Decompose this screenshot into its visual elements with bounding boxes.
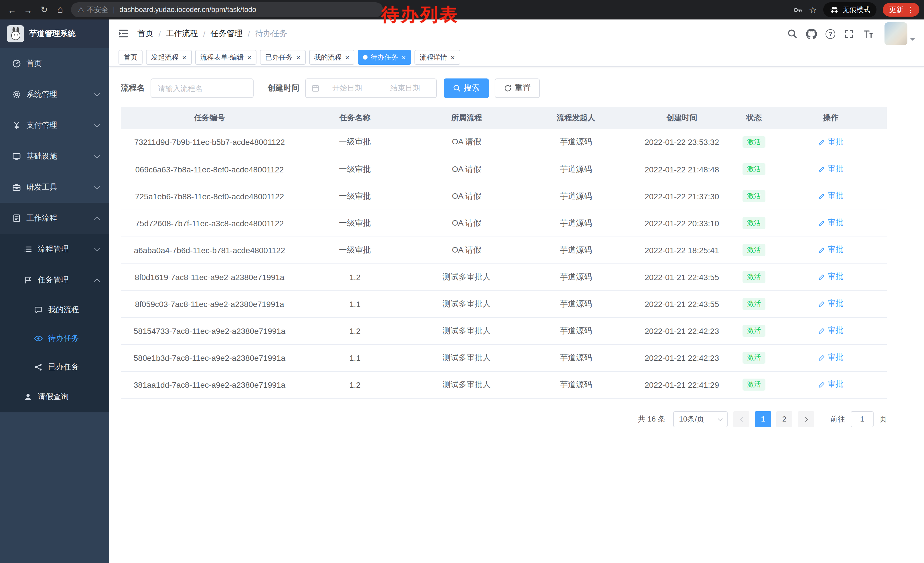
cell-initiator: 芋道源码 [522,156,630,183]
update-button[interactable]: 更新 ⋮ [883,3,920,17]
close-tab-icon[interactable]: × [182,54,186,61]
cell-action: 审批 [775,183,887,210]
forward-button[interactable]: → [21,2,36,17]
browser-window: ← → ↻ ⌂ ⚠ 不安全 | dashboard.yudao.iocoder.… [0,0,924,563]
approve-link[interactable]: 审批 [818,245,844,255]
column-header: 流程发起人 [522,107,630,129]
process-name-input[interactable] [151,78,254,98]
cell-created-time: 2022-01-22 21:37:30 [630,183,734,210]
sidebar-item-label: 基础设施 [26,151,57,162]
approve-link[interactable]: 审批 [818,164,844,174]
sidebar-item-label: 系统管理 [26,89,57,100]
breadcrumb-item[interactable]: 任务管理 [211,29,243,39]
tab-home[interactable]: 首页 [118,50,142,65]
cell-process: 测试多审批人 [412,290,522,317]
approve-link[interactable]: 审批 [818,137,844,147]
cell-task-name: 一级审批 [298,156,412,183]
edit-pen-icon [818,381,825,388]
sidebar-item-payment[interactable]: 支付管理 [0,110,110,141]
sidebar-item-workflow[interactable]: 工作流程 [0,203,110,234]
approve-link[interactable]: 审批 [818,353,844,363]
sidebar-item-task-mgmt[interactable]: 任务管理 [0,264,110,296]
table-row: 58154733-7ac8-11ec-a9e2-a2380e71991a 1.2… [121,317,887,344]
reload-button[interactable]: ↻ [37,2,51,17]
goto-page-input[interactable] [851,411,874,427]
approve-link[interactable]: 审批 [818,380,844,390]
cell-task-id: a6aba0a4-7b6d-11ec-b781-acde48001122 [121,237,298,263]
approve-link[interactable]: 审批 [818,299,844,309]
app-title: 芋道管理系统 [29,29,76,39]
cell-process: 测试多审批人 [412,263,522,290]
sidebar-item-leave-query[interactable]: 请假查询 [0,381,110,412]
sidebar-item-system[interactable]: 系统管理 [0,79,110,110]
back-button[interactable]: ← [4,2,20,17]
cell-initiator: 芋道源码 [522,317,630,344]
next-page-button[interactable] [798,411,814,427]
reset-button[interactable]: 重置 [495,78,540,98]
collapse-sidebar-icon[interactable] [118,28,129,39]
navbar-actions: ? [787,23,915,45]
breadcrumb-item[interactable]: 首页 [137,29,153,39]
home-button[interactable]: ⌂ [52,2,68,17]
cell-process: 测试多审批人 [412,371,522,398]
address-divider: | [113,6,115,14]
close-tab-icon[interactable]: × [345,54,350,61]
font-size-icon[interactable] [863,29,874,39]
password-key-icon[interactable] [793,5,802,15]
prev-page-button[interactable] [734,411,749,427]
approve-link[interactable]: 审批 [818,191,844,201]
cell-task-name: 1.1 [298,290,412,317]
close-tab-icon[interactable]: × [247,54,251,61]
tab-form-edit[interactable]: 流程表单-编辑 × [195,50,256,65]
sidebar-item-process-mgmt[interactable]: 流程管理 [0,234,110,264]
calendar-icon [311,84,320,92]
bookmark-star-icon[interactable]: ☆ [808,4,817,15]
search-icon[interactable] [787,29,798,39]
edit-pen-icon [818,354,825,362]
cell-created-time: 2022-01-21 22:43:55 [630,290,734,317]
approve-link[interactable]: 审批 [818,326,844,336]
github-icon[interactable] [806,29,817,39]
user-avatar[interactable] [885,23,908,45]
table-row: 069c6a63-7b8a-11ec-8ef0-acde48001122 一级审… [121,156,887,183]
sidebar-item-infrastructure[interactable]: 基础设施 [0,141,110,172]
table-body: 73211d9d-7b9b-11ec-b5b7-acde48001122 一级审… [121,129,887,398]
sidebar-item-todo-task[interactable]: 待办任务 [0,324,110,353]
page-button-1[interactable]: 1 [755,411,771,427]
close-tab-icon[interactable]: × [450,54,455,61]
close-tab-icon[interactable]: × [402,54,406,61]
status-badge: 激活 [742,244,765,256]
edit-pen-icon [818,273,825,281]
page-size-select[interactable]: 10条/页 [673,411,728,427]
search-button[interactable]: 搜索 [444,78,489,98]
column-header: 创建时间 [630,107,734,129]
approve-link-label: 审批 [828,245,844,255]
security-chip[interactable]: ⚠ 不安全 [78,5,108,15]
incognito-label: 无痕模式 [843,5,870,15]
help-icon[interactable]: ? [825,29,835,39]
page-content: 流程名 创建时间 开始日期 - 结束日期 搜索 重置 [110,67,924,427]
cell-action: 审批 [775,344,887,371]
tab-start-process[interactable]: 发起流程 × [146,50,192,65]
table-row: 580e1b3d-7ac8-11ec-a9e2-a2380e71991a 1.1… [121,344,887,371]
sidebar-item-devtools[interactable]: 研发工具 [0,172,110,203]
sidebar-item-my-process[interactable]: 我的流程 [0,296,110,324]
app-logo[interactable]: 芋道管理系统 [0,20,110,48]
tab-done-task[interactable]: 已办任务 × [260,50,305,65]
close-tab-icon[interactable]: × [296,54,300,61]
chevron-down-icon [94,122,100,127]
tab-my-process[interactable]: 我的流程 × [309,50,355,65]
sidebar-item-label: 首页 [26,59,42,69]
sidebar-item-done-task[interactable]: 已办任务 [0,353,110,381]
fullscreen-icon[interactable] [844,29,854,39]
approve-link[interactable]: 审批 [818,272,844,282]
page-button-2[interactable]: 2 [776,411,792,427]
breadcrumb-item[interactable]: 工作流程 [166,29,198,39]
menu-dots-icon[interactable]: ⋮ [907,6,914,14]
tab-process-detail[interactable]: 流程详情 × [414,50,460,65]
date-range-picker[interactable]: 开始日期 - 结束日期 [305,78,437,98]
tab-todo-task[interactable]: 待办任务 × [358,50,411,65]
sidebar-item-home[interactable]: 首页 [0,48,110,79]
address-bar[interactable]: ⚠ 不安全 | dashboard.yudao.iocoder.cn/bpm/t… [71,2,383,17]
approve-link[interactable]: 审批 [818,218,844,228]
